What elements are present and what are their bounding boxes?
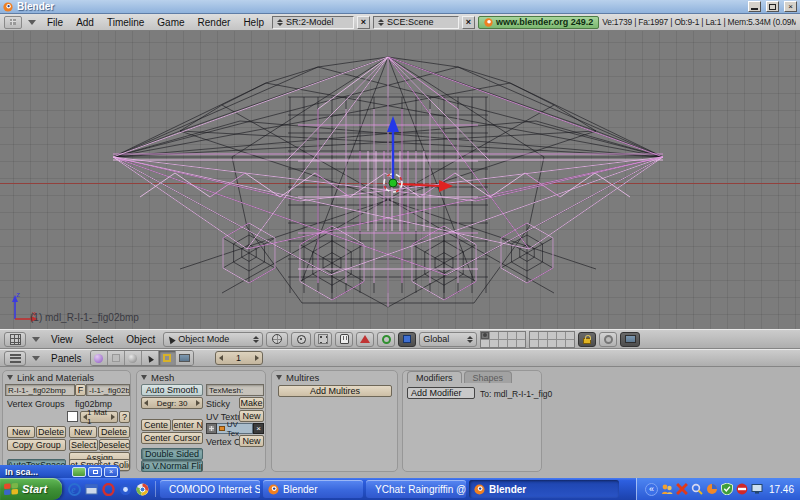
panel-header[interactable]: Mesh [137,371,265,382]
layer-cell[interactable] [517,332,525,339]
menu-timeline[interactable]: Timeline [102,17,149,28]
context-spinner[interactable]: 1 [215,351,263,365]
spinner-left-icon[interactable] [144,400,148,406]
layer-cell[interactable] [539,340,547,347]
menu-game[interactable]: Game [152,17,189,28]
menu-add[interactable]: Add [71,17,99,28]
menu-help[interactable]: Help [238,17,269,28]
proportional-edit-button[interactable] [599,332,617,347]
menu-view[interactable]: View [46,334,78,345]
uv-layer-name[interactable]: UV Tex [217,423,253,434]
sticky-make-button[interactable]: Make [239,397,264,409]
translate-manipulator-button[interactable] [356,332,374,347]
screen-delete-button[interactable]: × [357,16,370,29]
mode-dropdown[interactable]: Object Mode [163,332,263,347]
scene-context-button[interactable] [176,351,193,365]
vgroup-new-button[interactable]: New [7,426,35,438]
display-tray-icon[interactable] [751,483,763,495]
menu-render[interactable]: Render [193,17,236,28]
close-button[interactable]: × [784,1,797,12]
collapse-panel-icon[interactable] [276,375,282,380]
panel-modifiers[interactable]: Modifiers Shapes Add Modifier To: mdl_R-… [402,370,542,472]
shading-context-button[interactable] [125,351,142,365]
collapse-panel-icon[interactable] [141,375,147,380]
double-sided-toggle[interactable]: Double Sided [141,448,203,460]
add-modifier-button[interactable]: Add Modifier [407,387,475,399]
layer-cell[interactable] [508,340,516,347]
editor-type-button[interactable] [4,351,26,366]
uv-layer-row[interactable]: UV Tex × [206,423,264,434]
panel-header[interactable]: Multires [272,371,397,382]
layer-cell[interactable] [530,340,538,347]
background-window-titlebar[interactable]: In sca... × [0,465,120,478]
opera-icon[interactable] [102,483,115,496]
comodo-shield-tray-icon[interactable] [721,483,733,495]
layer-cell[interactable] [566,332,574,339]
material-color-swatch[interactable] [67,411,78,422]
lock-layers-button[interactable] [578,332,596,347]
spinner-right-icon[interactable] [196,400,200,406]
ychat-tray-icon[interactable] [676,483,688,495]
minimize-button[interactable] [748,1,761,12]
scale-manipulator-button[interactable] [398,332,416,347]
vertex-color-new-button[interactable]: New [239,435,264,447]
collapse-panel-icon[interactable] [7,375,13,380]
deselect-button[interactable]: Deselect [99,439,130,451]
collapse-menu-icon[interactable] [32,356,40,361]
editor-type-button[interactable] [4,332,26,347]
uv-layer-pin-icon[interactable] [206,423,217,434]
object-name-field[interactable]: -I-1-_fig02bmp [86,384,130,396]
material-delete-button[interactable]: Delete [98,426,130,438]
background-window-restore-button[interactable] [88,467,102,477]
background-window-close-button[interactable]: × [104,467,118,477]
browser-icon[interactable] [119,483,132,496]
layer-cell[interactable] [557,332,565,339]
layer-cell[interactable] [548,340,556,347]
layer-cell[interactable] [530,332,538,339]
start-button[interactable]: Start [0,478,62,500]
tab-shapes[interactable]: Shapes [464,371,513,383]
layer-cell[interactable] [517,340,525,347]
layer-cell[interactable] [548,332,556,339]
menu-file[interactable]: File [42,17,68,28]
menu-select[interactable]: Select [81,334,119,345]
layers-group-2[interactable] [529,331,575,348]
layer-cell[interactable] [499,332,507,339]
layer-cell[interactable] [557,340,565,347]
fake-user-button[interactable]: F [75,384,86,396]
layer-cell[interactable] [490,332,498,339]
editing-context-button[interactable] [159,351,176,365]
material-help-button[interactable]: ? [119,411,130,423]
snap-button[interactable] [314,332,332,347]
layer-cell[interactable] [499,340,507,347]
layer-cell[interactable] [481,340,489,347]
spinner-right-icon[interactable] [111,414,115,420]
restore-button[interactable] [766,1,779,12]
orientation-dropdown[interactable]: Global [419,332,477,347]
collapse-menu-icon[interactable] [28,20,36,25]
manipulator-toggle-button[interactable] [335,332,353,347]
logic-context-button[interactable] [91,351,108,365]
centre-new-button[interactable]: Center Ne [172,419,203,431]
task-button-ychat[interactable]: YChat: Raingriffin @ Qu... [366,480,466,498]
task-button-blender-2[interactable]: Blender [469,480,619,498]
mesh-name-field[interactable]: R-I-1-_fig02bmp [5,384,75,396]
internet-explorer-icon[interactable]: e [68,483,81,496]
layer-cell[interactable] [566,340,574,347]
task-button-comodo[interactable]: COMODO Internet Security [160,480,260,498]
search-tray-icon[interactable] [691,483,703,495]
panel-mesh[interactable]: Mesh Auto Smooth Degr: 30 TexMesh: Stick… [136,370,266,472]
pivot-dropdown[interactable] [291,332,311,347]
panel-header[interactable]: Link and Materials [3,371,130,382]
render-preview-button[interactable] [620,332,640,347]
spinner-left-icon[interactable] [219,355,223,361]
screen-selector[interactable]: SR:2-Model [272,16,354,29]
tray-collapse-button[interactable]: « [645,483,658,496]
centre-cursor-button[interactable]: Center Cursor [141,432,203,444]
layer-cell[interactable] [490,340,498,347]
select-button[interactable]: Select [69,439,98,451]
object-context-button[interactable] [142,351,159,365]
blocked-tray-icon[interactable] [736,483,748,495]
windows-explorer-icon[interactable] [85,483,98,496]
auto-smooth-toggle[interactable]: Auto Smooth [141,384,203,396]
